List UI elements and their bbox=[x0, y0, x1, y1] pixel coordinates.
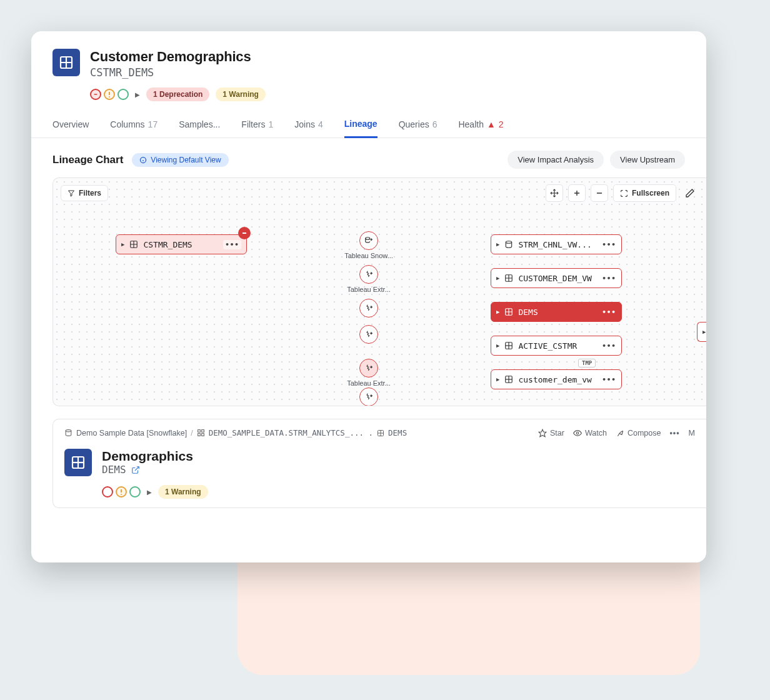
tab-lineage[interactable]: Lineage bbox=[344, 119, 378, 138]
page-header: Customer Demographics CSTMR_DEMS ▶ 1 Dep… bbox=[31, 31, 706, 110]
node-target-offscreen[interactable]: ▶ bbox=[697, 322, 706, 342]
tab-queries[interactable]: Queries6 bbox=[399, 119, 438, 138]
warning-pill[interactable]: 1 Warning bbox=[158, 485, 208, 499]
impact-button[interactable]: View Impact Analysis bbox=[508, 151, 604, 169]
node-connector[interactable] bbox=[359, 325, 378, 344]
tab-filters[interactable]: Filters1 bbox=[241, 119, 273, 138]
table-icon bbox=[504, 341, 513, 350]
pan-button[interactable] bbox=[546, 184, 563, 202]
chevron-right-icon[interactable]: ▶ bbox=[135, 91, 140, 98]
node-connector[interactable] bbox=[359, 231, 378, 250]
crumb-path[interactable]: DEMO_SAMPLE_DATA.STRM_ANLYTCS_... . bbox=[209, 428, 373, 438]
status-amber-icon[interactable] bbox=[104, 89, 115, 100]
node-label: customer_dem_vw bbox=[518, 375, 597, 384]
table-icon bbox=[504, 375, 513, 384]
info-icon bbox=[139, 156, 147, 164]
more-icon[interactable]: ••• bbox=[602, 342, 616, 350]
more-icon[interactable]: ••• bbox=[602, 274, 616, 282]
node-connector-active[interactable] bbox=[359, 359, 378, 378]
upstream-button[interactable]: View Upstream bbox=[610, 151, 685, 169]
chevron-right-icon[interactable]: ▶ bbox=[147, 489, 152, 496]
svg-point-21 bbox=[366, 238, 370, 240]
extract-icon bbox=[364, 304, 373, 312]
status-red-icon[interactable] bbox=[90, 89, 101, 100]
node-connector[interactable] bbox=[359, 299, 378, 318]
crumb-row: Demo Sample Data [Snowflake] / DEMO_SAMP… bbox=[64, 428, 695, 438]
star-button[interactable]: Star bbox=[538, 429, 564, 438]
action-label: Watch bbox=[585, 429, 607, 438]
fullscreen-button[interactable]: Fullscreen bbox=[613, 184, 676, 202]
node-target-selected[interactable]: ▶DEMS••• bbox=[491, 302, 622, 322]
action-label: Star bbox=[550, 429, 564, 438]
stop-badge-icon bbox=[238, 227, 251, 239]
filter-icon bbox=[68, 189, 75, 197]
warning-pill[interactable]: 1 Warning bbox=[216, 88, 266, 101]
node-connector[interactable] bbox=[359, 265, 378, 284]
lineage-canvas[interactable]: Filters Fullscreen bbox=[52, 178, 706, 406]
watch-button[interactable]: Watch bbox=[573, 429, 607, 438]
detail-actions: Star Watch Compose ••• M bbox=[538, 429, 695, 438]
detail-panel: Demo Sample Data [Snowflake] / DEMO_SAMP… bbox=[52, 419, 706, 508]
tab-joins[interactable]: Joins4 bbox=[294, 119, 322, 138]
compose-button[interactable]: Compose bbox=[616, 429, 661, 438]
status-green-icon[interactable] bbox=[129, 486, 141, 498]
chevron-right-icon: ▶ bbox=[496, 342, 499, 349]
datasource-icon bbox=[364, 236, 373, 245]
zoom-in-button[interactable] bbox=[568, 184, 586, 202]
tab-columns[interactable]: Columns17 bbox=[110, 119, 158, 138]
node-label: CUSTOMER_DEM_VW bbox=[518, 274, 597, 283]
table-icon bbox=[129, 240, 138, 249]
more-icon[interactable]: ••• bbox=[602, 308, 616, 316]
chevron-right-icon: ▶ bbox=[702, 329, 706, 335]
deprecation-pill[interactable]: 1 Deprecation bbox=[146, 88, 209, 101]
node-target[interactable]: ▶ACTIVE_CSTMR••• bbox=[491, 336, 622, 356]
table-icon bbox=[64, 449, 92, 476]
node-target[interactable]: ▶STRM_CHNL_VW...••• bbox=[491, 234, 622, 254]
svg-point-5 bbox=[109, 96, 110, 98]
tab-label: Joins bbox=[294, 119, 315, 129]
status-circles bbox=[102, 486, 141, 498]
status-red-icon[interactable] bbox=[102, 486, 113, 498]
section-title: Lineage Chart bbox=[52, 154, 123, 166]
node-target[interactable]: ▶CUSTOMER_DEM_VW••• bbox=[491, 268, 622, 288]
node-label: ACTIVE_CSTMR bbox=[518, 341, 597, 351]
more-icon[interactable]: ••• bbox=[602, 376, 616, 384]
more-icon[interactable]: ••• bbox=[669, 429, 679, 438]
svg-line-48 bbox=[134, 466, 138, 470]
more-icon[interactable]: ••• bbox=[223, 240, 241, 249]
filters-label: Filters bbox=[79, 189, 101, 198]
view-pill-label: Viewing Default View bbox=[151, 156, 221, 164]
status-amber-icon[interactable] bbox=[116, 486, 127, 498]
database-icon bbox=[64, 429, 72, 437]
chevron-right-icon: ▶ bbox=[121, 241, 124, 248]
more-cutoff[interactable]: M bbox=[689, 429, 695, 438]
star-icon bbox=[538, 429, 547, 438]
status-green-icon[interactable] bbox=[118, 89, 129, 100]
crumb-source[interactable]: Demo Sample Data [Snowflake] bbox=[76, 429, 187, 438]
node-target[interactable]: ▶customer_dem_vw••• bbox=[491, 369, 622, 389]
crumb-table[interactable]: DEMS bbox=[388, 428, 407, 438]
svg-point-22 bbox=[506, 241, 512, 244]
detail-code-text: DEMS bbox=[102, 464, 126, 476]
chevron-right-icon: ▶ bbox=[496, 309, 499, 315]
page-title: Customer Demographics bbox=[90, 49, 251, 65]
tab-count: 4 bbox=[318, 119, 323, 129]
view-pill[interactable]: Viewing Default View bbox=[132, 153, 228, 167]
canvas-filters-button[interactable]: Filters bbox=[61, 185, 108, 201]
tab-samples[interactable]: Samples... bbox=[179, 119, 220, 138]
node-source[interactable]: ▶ CSTMR_DEMS ••• bbox=[116, 234, 247, 254]
node-connector[interactable] bbox=[359, 388, 378, 406]
chevron-right-icon: ▶ bbox=[496, 241, 499, 248]
zoom-out-button[interactable] bbox=[591, 184, 608, 202]
extract-icon bbox=[364, 270, 373, 279]
more-icon[interactable]: ••• bbox=[602, 241, 616, 249]
edit-button[interactable] bbox=[681, 184, 699, 202]
pencil-icon bbox=[685, 188, 695, 198]
tab-overview[interactable]: Overview bbox=[52, 119, 89, 138]
detail-title: Demographics bbox=[102, 449, 193, 464]
fullscreen-icon bbox=[620, 189, 628, 198]
external-link-icon[interactable] bbox=[131, 466, 140, 474]
tab-label: Overview bbox=[52, 119, 89, 129]
tab-health[interactable]: Health▲2 bbox=[458, 119, 503, 138]
plus-icon bbox=[572, 189, 581, 198]
